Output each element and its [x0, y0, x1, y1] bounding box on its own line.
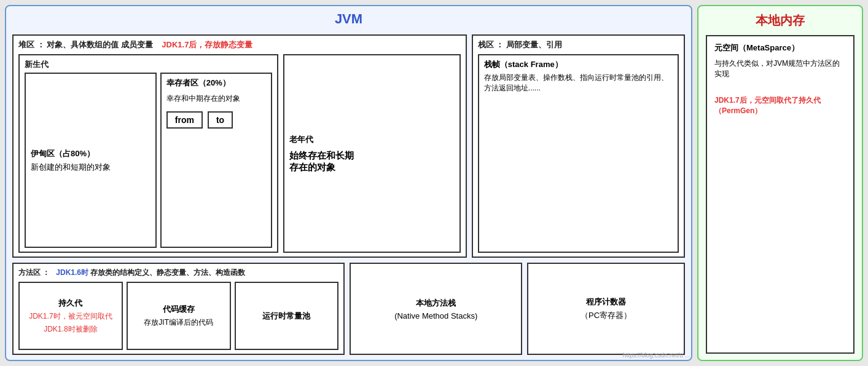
- stack-sep: ：: [496, 40, 504, 49]
- old-gen-desc: 始终存在和长期存在的对象: [289, 150, 455, 173]
- pc-register-text: 程序计数器 （PC寄存器）: [581, 296, 631, 321]
- permgen-h2: JDK1.8时被删除: [44, 324, 97, 335]
- native-stacks-text: 本地方法栈 (Native Method Stacks): [394, 298, 477, 320]
- heap-label: 堆区: [18, 40, 34, 49]
- method-highlight: JDK1.6时: [56, 268, 88, 277]
- heap-inner: 新生代 伊甸区（占80%） 新创建的和短期的对象 幸存者区（20%） 幸存和中期…: [18, 54, 461, 253]
- stack-area: 栈区 ： 局部变量、引用 栈帧（stack Frame） 存放局部变量表、操作数…: [472, 34, 685, 258]
- jvm-bottom-row: 方法区 ： JDK1.6时 存放类的结构定义、静态变量、方法、构造函数 持久代 …: [12, 263, 685, 355]
- frame-desc: 存放局部变量表、操作数栈、指向运行时常量池的引用、方法返回地址......: [484, 73, 673, 93]
- method-sep: ：: [42, 268, 50, 277]
- young-gen: 新生代 伊甸区（占80%） 新创建的和短期的对象 幸存者区（20%） 幸存和中期…: [18, 54, 278, 253]
- heap-area: 堆区 ： 对象、具体数组的值 成员变量 JDK1.7后，存放静态变量 新生代 伊…: [12, 34, 467, 258]
- from-to-row: from to: [166, 111, 266, 129]
- old-gen: 老年代 始终存在和长期存在的对象: [283, 54, 461, 253]
- survivor-box: 幸存者区（20%） 幸存和中期存在的对象 from to: [160, 73, 272, 248]
- metaspace-highlight: JDK1.7后，元空间取代了持久代（PermGen）: [714, 95, 846, 116]
- to-box: to: [208, 111, 233, 129]
- stack-desc: 局部变量、引用: [506, 40, 562, 49]
- native-memory-title: 本地内存: [706, 12, 854, 29]
- young-inner-row: 伊甸区（占80%） 新创建的和短期的对象 幸存者区（20%） 幸存和中期存在的对…: [25, 73, 272, 248]
- pc-register-line1: 程序计数器: [581, 296, 631, 308]
- method-inner: 持久代 JDK1.7时，被元空间取代 JDK1.8时被删除 代码缓存 存放JIT…: [18, 282, 338, 350]
- frame-title: 栈帧（stack Frame）: [484, 59, 673, 70]
- stack-label: 栈区: [478, 40, 494, 49]
- runtime-pool-box: 运行时常量池: [235, 282, 339, 350]
- old-gen-label: 老年代: [289, 134, 455, 145]
- permgen-h1: JDK1.7时，被元空间取代: [29, 311, 112, 322]
- method-label: 方法区: [18, 268, 41, 277]
- method-area-title: 方法区 ： JDK1.6时 存放类的结构定义、静态变量、方法、构造函数: [18, 268, 338, 278]
- native-method-stacks: 本地方法栈 (Native Method Stacks): [350, 263, 522, 355]
- from-box: from: [166, 111, 203, 129]
- eden-desc: 新创建的和短期的对象: [31, 162, 151, 173]
- pc-register: 程序计数器 （PC寄存器）: [527, 263, 685, 355]
- code-cache-box: 代码缓存 存放JIT编译后的代码: [127, 282, 231, 350]
- metaspace-desc: 与持久代类似，对JVM规范中方法区的实现: [714, 58, 846, 79]
- stack-frame-box: 栈帧（stack Frame） 存放局部变量表、操作数栈、指向运行时常量池的引用…: [478, 54, 679, 253]
- heap-area-title: 堆区 ： 对象、具体数组的值 成员变量 JDK1.7后，存放静态变量: [18, 39, 461, 50]
- eden-title: 伊甸区（占80%）: [31, 148, 151, 159]
- code-cache-desc: 存放JIT编译后的代码: [144, 317, 213, 328]
- jvm-top-row: 堆区 ： 对象、具体数组的值 成员变量 JDK1.7后，存放静态变量 新生代 伊…: [12, 34, 685, 258]
- pc-register-line2: （PC寄存器）: [581, 310, 631, 321]
- heap-desc: 对象、具体数组的值 成员变量: [47, 40, 153, 49]
- method-area: 方法区 ： JDK1.6时 存放类的结构定义、静态变量、方法、构造函数 持久代 …: [12, 263, 345, 355]
- young-gen-title: 新生代: [25, 59, 272, 70]
- native-stacks-line1: 本地方法栈: [394, 298, 477, 309]
- code-cache-title: 代码缓存: [163, 304, 195, 315]
- survivor-desc: 幸存和中期存在的对象: [166, 93, 266, 104]
- jvm-title: JVM: [12, 11, 685, 30]
- eden-box: 伊甸区（占80%） 新创建的和短期的对象: [25, 73, 157, 248]
- runtime-pool-title: 运行时常量池: [262, 311, 310, 322]
- permgen-box: 持久代 JDK1.7时，被元空间取代 JDK1.8时被删除: [18, 282, 123, 350]
- metaspace-box: 元空间（MetaSparce） 与持久代类似，对JVM规范中方法区的实现 JDK…: [706, 35, 854, 354]
- heap-sep: ：: [37, 40, 45, 49]
- permgen-title: 持久代: [58, 298, 82, 309]
- native-stacks-line2: (Native Method Stacks): [394, 311, 477, 320]
- watermark: https://blog.csdn.net/u ...: [623, 352, 690, 359]
- stack-area-title: 栈区 ： 局部变量、引用: [478, 39, 679, 50]
- method-desc: 存放类的结构定义、静态变量、方法、构造函数: [90, 268, 245, 277]
- heap-highlight: JDK1.7后，存放静态变量: [162, 40, 252, 49]
- survivor-title: 幸存者区（20%）: [166, 78, 266, 89]
- jvm-section: JVM 堆区 ： 对象、具体数组的值 成员变量 JDK1.7后，存放静态变量 新…: [5, 5, 692, 361]
- native-memory-section: 本地内存 元空间（MetaSparce） 与持久代类似，对JVM规范中方法区的实…: [697, 5, 863, 361]
- metaspace-title: 元空间（MetaSparce）: [714, 42, 846, 54]
